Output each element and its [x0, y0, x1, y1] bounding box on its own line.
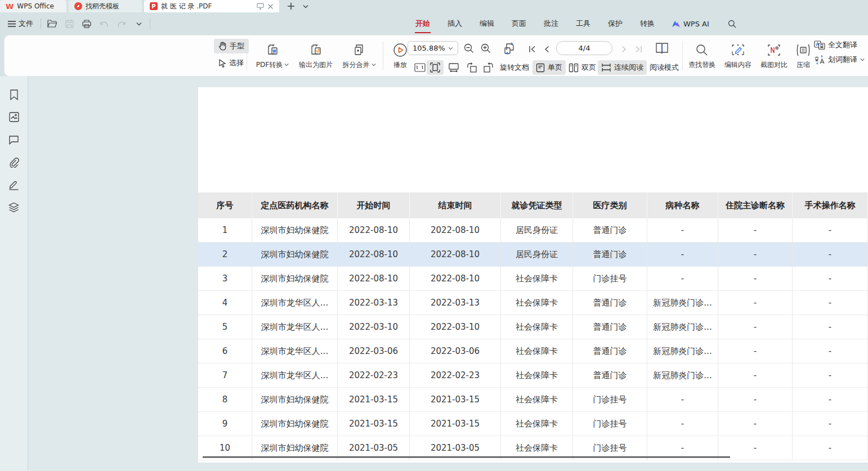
comment-icon[interactable] — [8, 133, 20, 146]
divider — [247, 41, 247, 70]
close-tab-icon[interactable] — [267, 3, 274, 10]
table-cell: - — [718, 388, 793, 411]
export-as-image-button[interactable]: 输出为图片 — [294, 38, 338, 73]
menu-tools[interactable]: 工具 — [575, 16, 591, 31]
table-cell: - — [793, 339, 868, 363]
menu-items: 开始 插入 编辑 页面 批注 工具 保护 转换 WPS AI — [415, 12, 739, 35]
table-cell: - — [793, 364, 868, 387]
edit-content-icon — [731, 42, 745, 58]
zoom-out-icon[interactable] — [462, 41, 476, 56]
tab-list-chevron-icon[interactable] — [303, 5, 308, 8]
tab-document-pdf[interactable]: P 就 医 记 录 .PDF — [144, 0, 279, 12]
rotate-left-button[interactable] — [463, 60, 481, 75]
previous-page-icon[interactable] — [540, 42, 553, 56]
fit-page-button[interactable] — [427, 60, 444, 75]
menu-protect[interactable]: 保护 — [607, 16, 623, 31]
table-cell: - — [647, 243, 718, 266]
file-menu-button[interactable]: 文件 — [5, 16, 37, 31]
single-page-label: 单页 — [548, 62, 562, 73]
tab-docer-templates[interactable]: 找稻壳模板 — [69, 0, 142, 12]
full-translate-button[interactable]: 全文翻译 — [814, 40, 865, 50]
continuous-read-button[interactable]: 连续阅读 — [598, 60, 647, 75]
table-cell: 深圳市龙华区人... — [252, 364, 338, 387]
bookmark-icon[interactable] — [8, 88, 20, 101]
table-cell: 4 — [198, 291, 252, 315]
fit-width-button[interactable] — [445, 60, 463, 75]
zoom-level-select[interactable]: 105.88% — [408, 41, 458, 55]
signature-icon[interactable] — [8, 178, 20, 191]
rotate-document-label: 旋转文档 — [500, 62, 529, 73]
double-page-icon — [569, 63, 579, 73]
screenshot-compare-button[interactable]: 截图对比 — [757, 38, 791, 73]
menu-home[interactable]: 开始 — [415, 16, 431, 31]
find-replace-icon — [696, 42, 708, 58]
page-number-input[interactable] — [556, 41, 612, 55]
save-icon[interactable] — [62, 17, 76, 30]
menu-comment[interactable]: 批注 — [543, 16, 559, 31]
table-cell: - — [793, 412, 868, 436]
pdf-convert-label: PDF转换 — [256, 60, 283, 70]
replace-pages-icon[interactable] — [501, 40, 518, 57]
zoom-in-icon[interactable] — [478, 41, 493, 56]
table-row: 4深圳市龙华区人...2022-03-132022-03-13社会保障卡普通门诊… — [198, 291, 868, 315]
table-cell: 9 — [198, 412, 252, 436]
table-header-cell: 医疗类别 — [573, 192, 647, 218]
table-cell: 社会保障卡 — [501, 339, 573, 363]
table-cell: - — [718, 364, 793, 387]
single-page-button[interactable]: 单页 — [533, 60, 566, 75]
play-icon — [393, 42, 408, 58]
attachment-icon[interactable] — [8, 156, 20, 168]
table-cell: 新冠肺炎门诊... — [647, 291, 718, 315]
rotate-right-button[interactable] — [480, 60, 498, 75]
next-page-icon[interactable] — [617, 42, 630, 56]
read-mode-icon[interactable] — [653, 40, 671, 57]
menu-insert[interactable]: 插入 — [447, 16, 463, 31]
find-replace-label: 查找替换 — [688, 60, 715, 70]
table-cell: 深圳市妇幼保健院 — [252, 388, 338, 411]
hand-tool-button[interactable]: 手型 — [214, 39, 249, 53]
compress-button[interactable]: 压缩 — [791, 38, 815, 73]
open-file-icon[interactable] — [45, 17, 59, 30]
print-icon[interactable] — [80, 17, 93, 30]
hand-tool-label: 手型 — [230, 41, 244, 51]
layers-icon[interactable] — [8, 201, 20, 213]
rotate-document-button[interactable]: 旋转文档 — [496, 60, 533, 75]
first-page-icon[interactable] — [525, 42, 539, 56]
export-image-label: 输出为图片 — [299, 60, 333, 70]
select-tool-button[interactable]: 选择 — [214, 56, 249, 70]
pdf-convert-button[interactable]: PDF转换 — [251, 38, 294, 73]
table-cell: 普通门诊 — [573, 218, 647, 242]
menu-search-icon[interactable] — [726, 17, 739, 30]
export-image-icon — [309, 42, 323, 58]
menu-edit[interactable]: 编辑 — [479, 16, 495, 31]
redo-icon[interactable] — [115, 17, 128, 30]
play-label: 播放 — [393, 60, 407, 70]
table-cell: 新冠肺炎门诊... — [647, 315, 718, 339]
table-cell: 2022-03-06 — [410, 339, 501, 363]
table-row: 5深圳市龙华区人...2022-03-102022-03-10社会保障卡普通门诊… — [198, 315, 868, 339]
split-merge-button[interactable]: 拆分合并 — [338, 38, 381, 73]
quick-toolbar-chevron-icon[interactable] — [132, 17, 146, 30]
table-cell: 门诊挂号 — [573, 388, 647, 411]
menu-page[interactable]: 页面 — [511, 16, 527, 31]
edit-content-button[interactable]: 编辑内容 — [721, 38, 755, 73]
tab-wps-home[interactable]: W WPS Office — [0, 0, 66, 12]
new-tab-icon[interactable] — [287, 2, 295, 10]
table-header-cell: 住院主诊断名称 — [718, 192, 793, 218]
split-merge-icon — [353, 42, 365, 58]
table-cell: 7 — [198, 364, 252, 387]
table-cell: 普通门诊 — [573, 364, 647, 387]
read-mode-button[interactable]: 阅读模式 — [646, 60, 682, 75]
last-page-icon[interactable] — [632, 42, 645, 56]
menu-convert[interactable]: 转换 — [639, 16, 655, 31]
monitor-icon[interactable] — [257, 3, 264, 10]
file-menu-label: 文件 — [19, 19, 33, 29]
table-cell: - — [793, 436, 868, 460]
find-replace-button[interactable]: 查找替换 — [684, 38, 719, 73]
undo-icon[interactable] — [97, 17, 111, 30]
thumbnail-icon[interactable] — [8, 111, 20, 123]
table-cell: 2022-03-06 — [338, 339, 410, 363]
wps-ai-button[interactable]: WPS AI — [672, 20, 709, 28]
word-translate-button[interactable]: 划词翻译 — [814, 55, 865, 65]
compress-label: 压缩 — [797, 60, 810, 70]
